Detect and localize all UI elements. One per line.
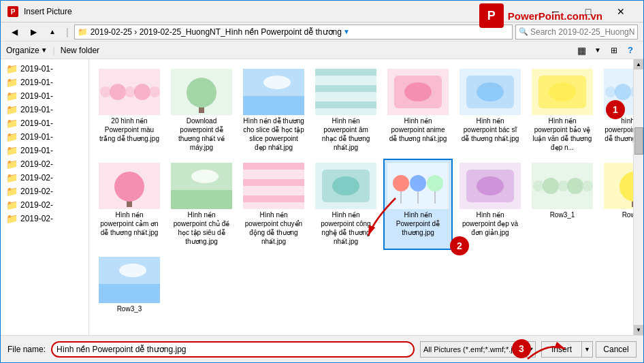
pp-logo-text: PowerPoint.com.vn	[508, 10, 602, 22]
file-item-15[interactable]: Row3_2	[600, 159, 633, 250]
search-input[interactable]	[530, 27, 634, 37]
file-name-11: Hình nền powerpoint công nghệ dễ thương …	[315, 210, 376, 246]
breadcrumb[interactable]: 📁 2019-02-25 › 2019-02-25_HuongNT_Hình n…	[74, 25, 513, 40]
forward-button[interactable]: ▶	[25, 25, 42, 40]
svg-rect-16	[315, 69, 376, 76]
back-button[interactable]: ◀	[6, 25, 22, 40]
sidebar-item-2[interactable]: 📁2019-01-	[1, 89, 88, 103]
folder-icon: 📁	[6, 213, 18, 224]
folder-icon: 📁	[6, 186, 18, 197]
up-button[interactable]: ▲	[44, 25, 61, 40]
svg-rect-20	[315, 101, 376, 108]
svg-rect-18	[315, 85, 376, 92]
sidebar-item-4[interactable]: 📁2019-01-	[1, 116, 88, 130]
svg-point-70	[582, 180, 593, 191]
sidebar-item-5[interactable]: 📁2019-01-	[1, 130, 88, 144]
file-thumb-4	[387, 69, 449, 115]
filetype-select[interactable]: All Pictures (*.emf;*.wmf;*.jpg;*	[420, 341, 536, 358]
file-item-14[interactable]: Row3_1	[528, 159, 597, 250]
file-thumb-13	[460, 163, 521, 209]
file-item-8[interactable]: Hình nền powerpoint cảm ơn dễ thương nhấ…	[95, 159, 164, 250]
svg-point-77	[119, 264, 146, 277]
file-item-10[interactable]: Hình nền powerpoint chuyển động dễ thươn…	[239, 159, 308, 250]
file-thumb-5	[460, 69, 521, 115]
file-item-9[interactable]: Hình nền powerpoint chủ đề học tập siêu …	[167, 159, 236, 250]
svg-point-33	[615, 84, 631, 100]
file-item-5[interactable]: Hình nền powerpoint bác sĩ dễ thương nhấ…	[455, 65, 525, 156]
folder-icon: 📁	[6, 104, 18, 115]
file-item-4[interactable]: Hình nền powerpoint anime dễ thương nhất…	[383, 65, 453, 156]
sidebar-item-0[interactable]: 📁2019-01-	[1, 62, 88, 76]
scroll-thumb[interactable]	[634, 127, 643, 155]
svg-point-7	[149, 86, 160, 97]
pane-button[interactable]: ⊞	[607, 44, 622, 57]
svg-rect-21	[315, 110, 376, 115]
svg-point-14	[263, 76, 291, 89]
file-name-2: Hình nền dễ thương cho slice dễ học tập …	[243, 116, 304, 152]
sidebar-item-8[interactable]: 📁2019-02-	[1, 171, 88, 185]
insert-picture-dialog: P Insert Picture P PowerPoint.com.vn ─ □…	[0, 0, 644, 363]
sidebar-item-1[interactable]: 📁2019-01-	[1, 76, 88, 89]
file-thumb-9	[171, 163, 232, 209]
folder-icon: 📁	[6, 91, 18, 101]
file-name-13: Hình nền powerpoint đẹp và đơn giản.jpg	[460, 210, 521, 237]
svg-point-43	[191, 170, 219, 183]
file-item-2[interactable]: Hình nền dễ thương cho slice dễ học tập …	[239, 65, 308, 156]
file-item-3[interactable]: Hình nền powerpoint âm nhạc dễ thương nh…	[311, 65, 381, 156]
filename-input[interactable]	[51, 341, 415, 358]
svg-text:P: P	[11, 8, 16, 16]
file-thumb-3	[315, 69, 376, 115]
svg-rect-48	[243, 187, 304, 194]
file-item-0[interactable]: 20 hình nền Powerpoint màu trắng dễ thươ…	[95, 65, 164, 156]
file-item-7[interactable]: hình nền powerpoint biến đổi dễ thương n…	[600, 65, 633, 156]
file-thumb-16	[99, 257, 160, 303]
view-dropdown-button[interactable]: ▼	[590, 44, 605, 57]
sidebar-item-9[interactable]: 📁2019-02-	[1, 185, 88, 198]
sidebar-item-10[interactable]: 📁2019-02-	[1, 198, 88, 212]
file-thumb-14	[532, 163, 593, 209]
cancel-button[interactable]: Cancel	[596, 341, 637, 358]
dialog-title: Insert Picture	[24, 7, 72, 16]
sidebar-item-6[interactable]: 📁2019-01-	[1, 144, 88, 157]
close-button[interactable]: ✕	[605, 5, 637, 18]
secondary-toolbar: Organize ▼ | New folder ▦ ▼ ⊞ ?	[1, 42, 643, 59]
file-thumb-2	[243, 69, 304, 115]
file-item-1[interactable]: Download powerpoint dễ thương nhất về má…	[167, 65, 236, 156]
filename-label: File name:	[7, 345, 46, 354]
organize-button[interactable]: Organize ▼	[6, 46, 48, 55]
sidebar-item-11[interactable]: 📁2019-02-	[1, 212, 88, 225]
svg-point-53	[332, 176, 359, 195]
scroll-up-button[interactable]: ▲	[634, 59, 644, 69]
file-thumb-1	[171, 69, 232, 115]
svg-rect-45	[243, 163, 304, 170]
folder-icon: 📁	[6, 63, 18, 74]
help-button[interactable]: ?	[623, 44, 638, 57]
bottom-bar: File name: All Pictures (*.emf;*.wmf;*.j…	[1, 335, 643, 362]
file-item-13[interactable]: Hình nền powerpoint đẹp và đơn giản.jpg	[455, 159, 525, 250]
sidebar-item-3[interactable]: 📁2019-01-	[1, 103, 88, 116]
file-thumb-0	[99, 69, 160, 115]
new-folder-button[interactable]: New folder	[61, 46, 99, 55]
folder-icon: 📁	[6, 77, 18, 88]
insert-button[interactable]: Insert	[541, 341, 582, 358]
view-button-1[interactable]: ▦	[574, 44, 589, 57]
file-thumb-8	[99, 163, 160, 209]
insert-dropdown-button[interactable]: ▼	[582, 341, 593, 358]
scrollbar[interactable]: ▲ ▼	[633, 59, 643, 335]
svg-point-3	[100, 86, 111, 97]
file-name-10: Hình nền powerpoint chuyển động dễ thươn…	[243, 210, 304, 246]
file-item-16[interactable]: Row3_3	[95, 253, 164, 317]
breadcrumb-text: 2019-02-25 › 2019-02-25_HuongNT_Hình nền…	[91, 27, 342, 37]
scroll-down-button[interactable]: ▼	[634, 325, 644, 335]
pp-logo-icon: P	[479, 3, 504, 28]
file-name-12: Hình nền Powerpoint dễ thương.jpg	[387, 210, 449, 237]
file-item-12[interactable]: Hình nền Powerpoint dễ thương.jpg	[383, 159, 453, 250]
svg-point-4	[110, 84, 126, 100]
file-item-11[interactable]: Hình nền powerpoint công nghệ dễ thương …	[311, 159, 381, 250]
sidebar-item-7[interactable]: 📁2019-02-	[1, 157, 88, 171]
file-item-6[interactable]: Hình nền powerpoint bảo vệ luận văn dễ t…	[528, 65, 597, 156]
file-thumb-7	[604, 69, 633, 115]
svg-point-10	[187, 78, 216, 108]
file-name-1: Download powerpoint dễ thương nhất về má…	[171, 116, 232, 152]
file-grid: 20 hình nền Powerpoint màu trắng dễ thươ…	[95, 65, 628, 317]
